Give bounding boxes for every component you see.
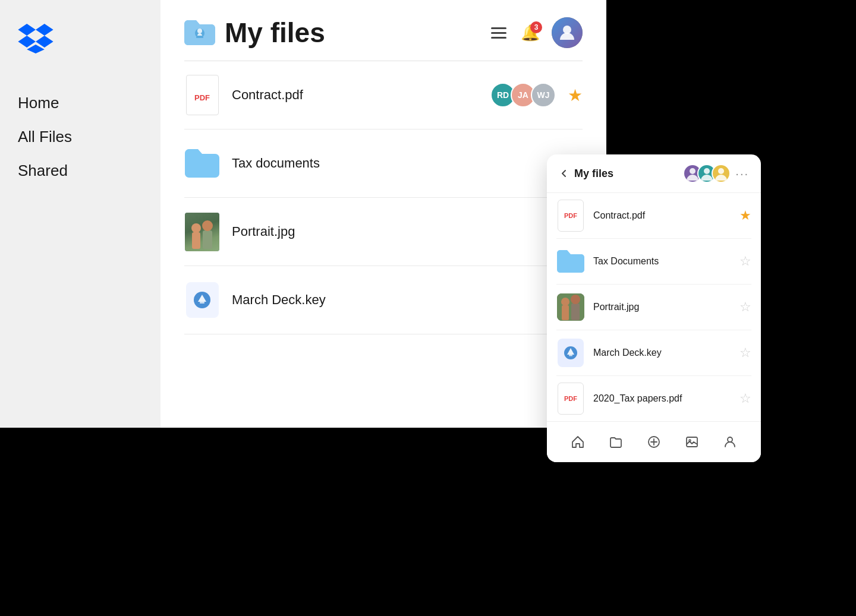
panel-file-name-tax: Tax Documents: [593, 256, 731, 267]
panel-file-item-march-deck[interactable]: March Deck.key ☆: [556, 330, 751, 376]
folder-icon-header: [184, 17, 215, 48]
file-name-contract: Contract.pdf: [232, 87, 479, 103]
file-list: PDF Contract.pdf RD JA WJ ★ Tax document…: [160, 61, 606, 334]
keynote-file-icon: [184, 279, 220, 321]
panel-file-item-tax[interactable]: Tax Documents ☆: [556, 239, 751, 285]
panel-folder-svg-tax: [557, 250, 584, 273]
panel-portrait-thumbnail: [557, 293, 584, 321]
svg-point-2: [563, 26, 571, 34]
panel-file-name-contract: Contract.pdf: [593, 210, 731, 221]
menu-button[interactable]: [489, 25, 509, 41]
svg-rect-18: [569, 355, 572, 356]
panel-image-icon-portrait: [556, 293, 585, 321]
dropbox-logo: [18, 24, 143, 56]
back-arrow-icon: [559, 168, 569, 179]
panel-star-march-deck[interactable]: ☆: [739, 345, 751, 361]
sidebar-nav: Home All Files Shared: [18, 91, 143, 182]
svg-point-4: [191, 223, 201, 233]
panel-nav-profile-button[interactable]: [718, 430, 742, 454]
panel-avatars: [683, 164, 731, 183]
file-name-tax-docs: Tax documents: [232, 156, 388, 171]
svg-point-9: [690, 168, 696, 174]
panel-back-button[interactable]: [559, 168, 569, 179]
panel-nav-folder-button[interactable]: [604, 430, 628, 454]
pdf-icon-contract: PDF: [186, 75, 219, 115]
panel-keynote-svg: [558, 339, 584, 367]
header-right: 🔔 3: [489, 17, 583, 48]
panel-nav-home-button[interactable]: [566, 430, 590, 454]
svg-point-1: [197, 29, 202, 33]
page-title: My files: [225, 17, 325, 49]
panel-header-left: My files: [559, 168, 613, 180]
panel-keynote-icon-march: [556, 339, 585, 367]
panel-file-name-2020tax: 2020_Tax papers.pdf: [593, 393, 731, 404]
panel-nav-add-button[interactable]: [642, 430, 666, 454]
panel-nav-image-button[interactable]: [680, 430, 704, 454]
sidebar-item-home[interactable]: Home: [18, 91, 143, 115]
sidebar-item-shared[interactable]: Shared: [18, 159, 143, 182]
panel-header-right: ···: [683, 164, 749, 183]
file-item-tax-docs[interactable]: Tax documents ☆: [184, 129, 583, 198]
user-avatar-button[interactable]: [552, 17, 583, 48]
svg-point-11: [718, 168, 724, 174]
panel-folder-icon-tax: [556, 247, 585, 276]
panel-bottom-nav: [547, 421, 761, 462]
panel-file-item-contract[interactable]: PDF Contract.pdf ★: [556, 193, 751, 239]
sidebar-item-all-files[interactable]: All Files: [18, 125, 143, 149]
panel-file-item-portrait[interactable]: Portrait.jpg ☆: [556, 285, 751, 330]
svg-point-10: [704, 168, 710, 174]
file-name-portrait: Portrait.jpg: [232, 224, 388, 239]
image-file-icon: [184, 211, 220, 252]
svg-rect-15: [571, 304, 580, 320]
svg-rect-22: [687, 437, 697, 447]
file-name-march-deck: March Deck.key: [232, 292, 388, 308]
panel-star-tax[interactable]: ☆: [739, 254, 751, 269]
panel-file-list: PDF Contract.pdf ★ Tax Documents ☆: [547, 193, 761, 421]
file-item-portrait[interactable]: Portrait.jpg ☆: [184, 198, 583, 266]
notification-badge: 3: [530, 21, 542, 33]
panel-image-icon: [685, 435, 699, 449]
sidebar: Home All Files Shared: [0, 0, 160, 428]
panel-pdf-icon-contract: PDF: [556, 201, 585, 230]
panel-star-contract[interactable]: ★: [739, 208, 751, 223]
panel-title: My files: [574, 168, 613, 180]
svg-point-24: [728, 437, 732, 442]
user-avatar: [552, 17, 583, 48]
svg-rect-13: [562, 305, 569, 320]
svg-point-16: [571, 295, 580, 304]
portrait-thumbnail: [185, 213, 219, 251]
header-left: My files: [184, 17, 325, 49]
mobile-panel: My files: [547, 154, 761, 462]
file-item-contract[interactable]: PDF Contract.pdf RD JA WJ ★: [184, 61, 583, 129]
panel-file-name-march-deck: March Deck.key: [593, 348, 731, 358]
panel-star-portrait[interactable]: ☆: [739, 299, 751, 315]
panel-more-button[interactable]: ···: [735, 167, 749, 181]
file-item-march-deck[interactable]: March Deck.key ☆: [184, 266, 583, 334]
avatar-wj: WJ: [531, 83, 556, 108]
notification-button[interactable]: 🔔 3: [521, 24, 540, 42]
star-button-contract[interactable]: ★: [568, 86, 583, 105]
folder-icon-tax: [185, 149, 219, 178]
svg-point-14: [561, 298, 569, 306]
svg-rect-12: [557, 293, 584, 321]
panel-star-2020tax[interactable]: ☆: [739, 391, 751, 406]
svg-point-6: [202, 220, 213, 231]
panel-pdf-icon-2020tax: PDF: [556, 384, 585, 413]
svg-rect-8: [200, 302, 204, 304]
main-content: My files 🔔 3: [160, 0, 606, 428]
panel-add-icon: [647, 435, 661, 449]
pdf-file-icon: PDF: [184, 74, 220, 116]
svg-rect-5: [203, 230, 212, 249]
panel-file-name-portrait: Portrait.jpg: [593, 302, 731, 312]
panel-folder-icon: [609, 435, 623, 449]
file-avatars-contract: RD JA WJ: [490, 83, 556, 108]
panel-avatar-3: [712, 164, 731, 183]
panel-file-item-2020tax[interactable]: PDF 2020_Tax papers.pdf ☆: [556, 376, 751, 421]
folder-file-icon: [184, 143, 220, 184]
keynote-icon: [186, 282, 219, 318]
panel-home-icon: [571, 435, 585, 449]
svg-rect-3: [192, 232, 200, 249]
panel-header: My files: [547, 154, 761, 193]
panel-profile-icon: [723, 435, 737, 449]
main-header: My files 🔔 3: [160, 0, 606, 61]
